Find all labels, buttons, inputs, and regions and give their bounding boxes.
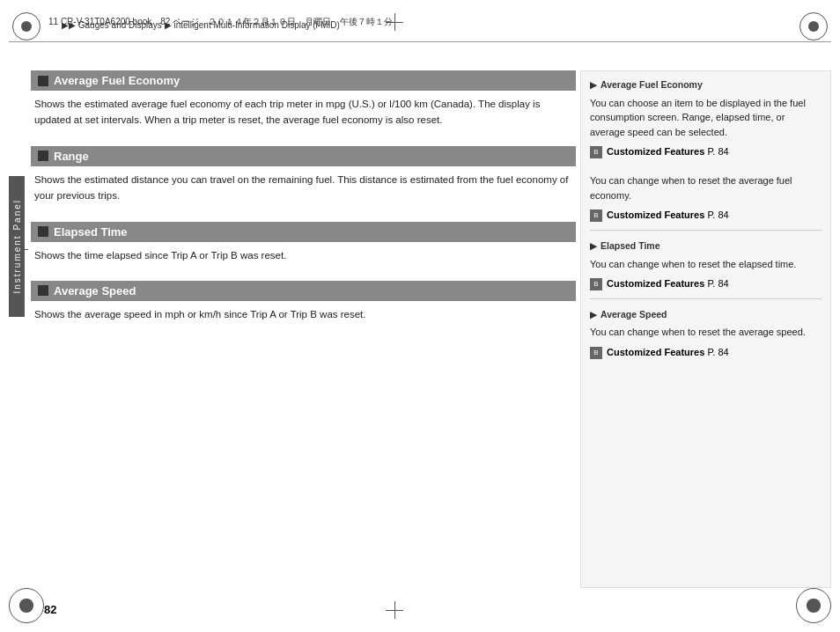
breadcrumb-item-2: intelligent Multi-Information Display (i… [173, 20, 339, 30]
right-title-text-elapsed: Elapsed Time [601, 239, 660, 254]
right-title-elapsed: ▶ Elapsed Time [590, 239, 822, 254]
header-bar: ▶▶ Gauges and Displays ▶ intelligent Mul… [9, 9, 831, 42]
divider-2 [590, 298, 822, 299]
customized-page-avg-fuel-2: P. 84 [707, 209, 728, 220]
customized-link-avg-fuel-2: B Customized Features P. 84 [590, 208, 822, 223]
section-header-range: Range [31, 146, 576, 166]
crosshair-bottom [386, 601, 403, 619]
section-header-avg-speed: Average Speed [31, 281, 576, 301]
sidebar-tab: Instrument Panel [9, 176, 25, 317]
right-body-elapsed: You can change when to reset the elapsed… [590, 257, 822, 272]
sidebar-tab-label: Instrument Panel [12, 199, 22, 294]
section-icon-avg-fuel [38, 76, 48, 86]
book-icon-avg-fuel-1: B [590, 146, 602, 158]
section-body-range: Shows the estimated distance you can tra… [31, 172, 576, 208]
right-body-avg-fuel: You can choose an item to be displayed i… [590, 96, 822, 140]
page-number: 82 [44, 603, 56, 616]
customized-link-avg-speed: B Customized Features P. 84 [590, 345, 822, 360]
right-extra-body-avg-fuel: You can change when to reset the average… [590, 173, 822, 202]
main-content: Average Fuel Economy Shows the estimated… [31, 70, 576, 588]
customized-link-avg-fuel-1: B Customized Features P. 84 [590, 144, 822, 159]
book-icon-elapsed: B [590, 278, 602, 290]
section-title-avg-speed: Average Speed [54, 284, 136, 298]
divider-1 [590, 230, 822, 231]
customized-page-avg-fuel-1: P. 84 [707, 146, 728, 157]
section-header-avg-fuel: Average Fuel Economy [31, 70, 576, 91]
corner-decoration-bl [9, 588, 44, 623]
customized-link-elapsed: B Customized Features P. 84 [590, 276, 822, 291]
customized-label-avg-fuel-1: Customized Features [607, 146, 704, 157]
breadcrumb-arrow: ▶▶ [62, 20, 76, 30]
right-title-text-avg-fuel: Average Fuel Economy [601, 78, 703, 92]
right-title-text-avg-speed: Average Speed [601, 308, 667, 322]
section-title-range: Range [54, 150, 89, 163]
customized-page-elapsed: P. 84 [707, 278, 728, 289]
customized-label-avg-fuel-2: Customized Features [607, 209, 704, 220]
right-body-avg-speed: You can change when to reset the average… [590, 325, 822, 340]
customized-label-avg-speed: Customized Features [607, 347, 704, 357]
customized-page-avg-speed: P. 84 [707, 347, 728, 357]
right-arrow-icon-avg-speed: ▶ [590, 308, 597, 321]
section-title-avg-fuel: Average Fuel Economy [54, 74, 180, 87]
right-arrow-icon-avg-fuel: ▶ [590, 78, 597, 92]
right-column: ▶ Average Fuel Economy You can choose an… [580, 70, 831, 588]
right-title-avg-fuel: ▶ Average Fuel Economy [590, 78, 822, 92]
breadcrumb: ▶▶ Gauges and Displays ▶ intelligent Mul… [9, 20, 340, 30]
breadcrumb-separator-1: ▶ [165, 20, 172, 30]
breadcrumb-item-1: Gauges and Displays [78, 20, 162, 30]
section-body-avg-fuel: Shows the estimated average fuel economy… [31, 96, 576, 132]
right-title-avg-speed: ▶ Average Speed [590, 308, 822, 322]
section-icon-range [38, 151, 48, 161]
section-title-elapsed: Elapsed Time [54, 225, 128, 239]
section-body-avg-speed: Shows the average speed in mph or km/h s… [31, 306, 576, 326]
book-icon-avg-fuel-2: B [590, 209, 602, 222]
section-icon-avg-speed [38, 285, 48, 296]
book-icon-avg-speed: B [590, 347, 602, 359]
section-icon-elapsed [38, 226, 48, 237]
section-body-elapsed: Shows the time elapsed since Trip A or T… [31, 247, 576, 267]
customized-label-elapsed: Customized Features [607, 278, 704, 289]
corner-decoration-br [796, 588, 831, 623]
section-header-elapsed: Elapsed Time [31, 222, 576, 242]
right-arrow-icon-elapsed: ▶ [590, 239, 597, 253]
